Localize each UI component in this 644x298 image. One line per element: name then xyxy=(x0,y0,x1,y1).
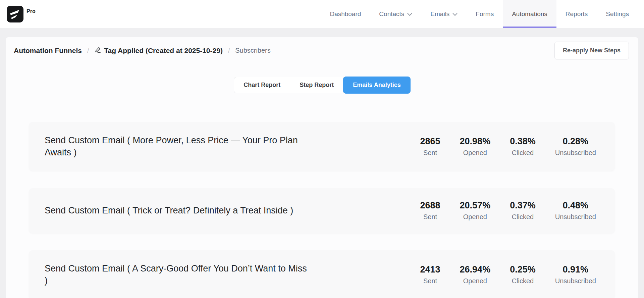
nav-item-label: Emails xyxy=(430,10,449,18)
tab-chart-report[interactable]: Chart Report xyxy=(234,77,290,93)
email-analytics-card: Send Custom Email ( Trick or Treat? Defi… xyxy=(29,188,615,233)
stat-value: 0.38% xyxy=(510,136,536,147)
nav-item-forms[interactable]: Forms xyxy=(467,0,503,28)
email-title: Send Custom Email ( More Power, Less Pri… xyxy=(45,134,310,159)
top-navbar: Pro Dashboard Contacts Emails Forms Auto… xyxy=(0,0,644,28)
stat-label: Sent xyxy=(420,213,440,221)
stat-label: Clicked xyxy=(510,213,536,221)
email-stats: 2413 Sent 26.94% Opened 0.25% Clicked 0.… xyxy=(420,264,596,285)
email-stat-unsubscribed: 0.48% Unsubscribed xyxy=(555,200,596,221)
email-title: Send Custom Email ( Trick or Treat? Defi… xyxy=(45,204,310,216)
email-stat-opened: 26.94% Opened xyxy=(460,264,491,285)
stat-label: Opened xyxy=(460,213,491,221)
email-stat-sent: 2688 Sent xyxy=(420,200,440,221)
email-stat-unsubscribed: 0.91% Unsubscribed xyxy=(555,264,596,285)
nav-item-dashboard[interactable]: Dashboard xyxy=(321,0,370,28)
email-stat-unsubscribed: 0.28% Unsubscribed xyxy=(555,136,596,157)
email-stats: 2688 Sent 20.57% Opened 0.37% Clicked 0.… xyxy=(420,200,596,221)
email-stat-opened: 20.57% Opened xyxy=(460,200,491,221)
email-analytics-list: Send Custom Email ( More Power, Less Pri… xyxy=(6,93,638,298)
stat-value: 0.37% xyxy=(510,200,536,211)
stat-label: Unsubscribed xyxy=(555,149,596,157)
tab-emails-analytics[interactable]: Emails Analytics xyxy=(343,77,410,94)
breadcrumb-separator: / xyxy=(87,47,89,54)
stat-label: Opened xyxy=(460,277,491,285)
automation-panel: Automation Funnels / Tag Applied (Create… xyxy=(6,37,638,298)
funnel-title-text: Tag Applied (Created at 2025-10-29) xyxy=(104,47,223,55)
report-tabs-row: Chart ReportStep ReportEmails Analytics xyxy=(6,64,638,93)
chevron-down-icon xyxy=(452,13,458,16)
email-stat-clicked: 0.38% Clicked xyxy=(510,136,536,157)
email-title: Send Custom Email ( A Scary-Good Offer Y… xyxy=(45,262,310,287)
stat-value: 2688 xyxy=(420,200,440,211)
email-stat-opened: 20.98% Opened xyxy=(460,136,491,157)
stat-value: 2413 xyxy=(420,264,440,275)
breadcrumb-funnel-title[interactable]: Tag Applied (Created at 2025-10-29) xyxy=(94,46,223,55)
stat-value: 0.91% xyxy=(555,264,596,275)
nav-item-reports[interactable]: Reports xyxy=(556,0,597,28)
nav-item-label: Settings xyxy=(606,10,629,18)
nav-item-label: Dashboard xyxy=(330,10,361,18)
stat-label: Clicked xyxy=(510,149,536,157)
app-logo[interactable]: Pro xyxy=(7,6,36,22)
reapply-new-steps-button[interactable]: Re-apply New Steps xyxy=(554,42,629,59)
pencil-icon xyxy=(94,46,101,55)
stat-label: Sent xyxy=(420,277,440,285)
stat-value: 26.94% xyxy=(460,264,491,275)
email-stat-clicked: 0.37% Clicked xyxy=(510,200,536,221)
stat-label: Sent xyxy=(420,149,440,157)
breadcrumb: Automation Funnels / Tag Applied (Create… xyxy=(6,37,638,64)
nav-item-label: Contacts xyxy=(379,10,404,18)
stat-value: 20.57% xyxy=(460,200,491,211)
stat-value: 0.25% xyxy=(510,264,536,275)
stat-value: 0.28% xyxy=(555,136,596,147)
nav-item-label: Forms xyxy=(476,10,494,18)
tab-step-report[interactable]: Step Report xyxy=(290,77,343,93)
stat-label: Clicked xyxy=(510,277,536,285)
main-nav: Dashboard Contacts Emails Forms Automati… xyxy=(321,0,638,28)
nav-item-label: Automations xyxy=(512,10,547,18)
fluentcrm-logo-icon xyxy=(7,6,23,22)
email-stat-clicked: 0.25% Clicked xyxy=(510,264,536,285)
nav-item-emails[interactable]: Emails xyxy=(421,0,467,28)
nav-item-automations[interactable]: Automations xyxy=(503,0,556,28)
report-tab-group: Chart ReportStep ReportEmails Analytics xyxy=(234,77,410,93)
stat-label: Unsubscribed xyxy=(555,213,596,221)
email-stat-sent: 2413 Sent xyxy=(420,264,440,285)
stat-value: 20.98% xyxy=(460,136,491,147)
breadcrumb-automation-funnels[interactable]: Automation Funnels xyxy=(14,47,82,55)
email-analytics-card: Send Custom Email ( A Scary-Good Offer Y… xyxy=(29,250,615,298)
stat-label: Unsubscribed xyxy=(555,277,596,285)
chevron-down-icon xyxy=(407,13,412,16)
pro-badge: Pro xyxy=(26,8,36,14)
email-stat-sent: 2865 Sent xyxy=(420,136,440,157)
nav-item-settings[interactable]: Settings xyxy=(597,0,638,28)
stat-value: 2865 xyxy=(420,136,440,147)
nav-item-label: Reports xyxy=(566,10,588,18)
nav-item-contacts[interactable]: Contacts xyxy=(370,0,421,28)
email-analytics-card: Send Custom Email ( More Power, Less Pri… xyxy=(29,122,615,171)
email-stats: 2865 Sent 20.98% Opened 0.38% Clicked 0.… xyxy=(420,136,596,157)
breadcrumb-subscribers[interactable]: Subscribers xyxy=(235,47,271,54)
stat-label: Opened xyxy=(460,149,491,157)
breadcrumb-separator: / xyxy=(228,47,230,54)
stat-value: 0.48% xyxy=(555,200,596,211)
